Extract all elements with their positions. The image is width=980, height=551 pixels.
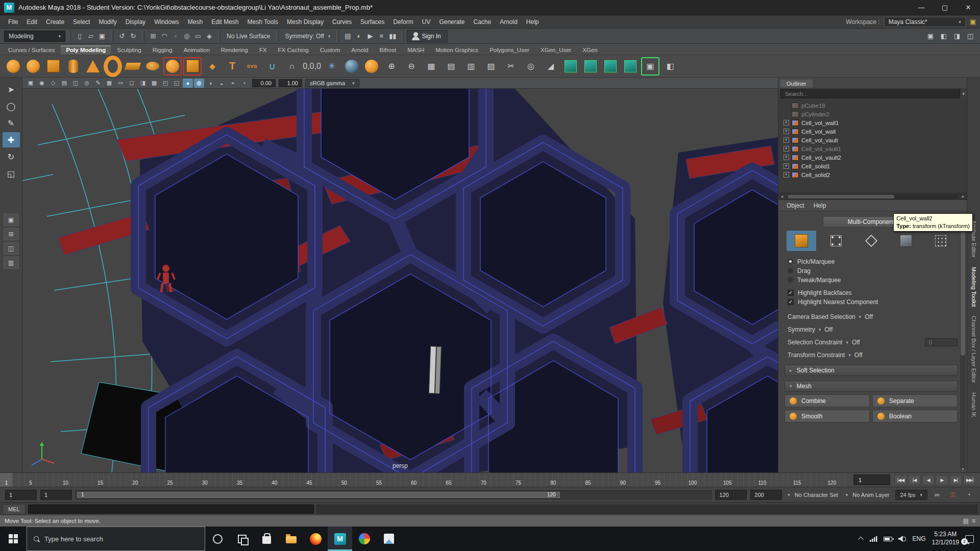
undo-icon[interactable]: ↺ — [116, 31, 128, 42]
film-gate-icon[interactable]: ▭ — [115, 79, 126, 88]
gamma-mode-dropdown[interactable]: sRGB gamma ▾ — [305, 79, 359, 87]
anim-layer-dropdown[interactable]: ▾ No Anim Layer — [844, 492, 892, 498]
outliner-search-input[interactable] — [780, 89, 960, 98]
layout-custom-button[interactable]: ▥ — [4, 257, 19, 269]
combine-button[interactable]: Combine — [785, 394, 870, 407]
ipr-render-icon[interactable]: ▶ — [364, 31, 376, 42]
workspace-lock-icon[interactable]: ▣ — [970, 18, 976, 26]
outliner-item[interactable]: + pCube18 — [778, 101, 967, 110]
action-center-icon[interactable]: 2 — [965, 535, 974, 543]
toolkit-menu-item[interactable]: Help — [810, 201, 830, 210]
outliner-item[interactable]: + Cell_vol_wall — [778, 127, 967, 136]
select-camera-icon[interactable]: ▣ — [26, 79, 36, 88]
object-set-icon[interactable] — [561, 57, 580, 76]
toolkit-menu-item[interactable]: Object — [782, 201, 808, 210]
crease-tool-icon[interactable]: ◢ — [542, 57, 560, 76]
chevron-down-icon[interactable]: ▾ — [859, 314, 862, 319]
menu-item[interactable]: Surfaces — [356, 17, 388, 27]
store-button[interactable] — [254, 527, 279, 551]
shelf-tab[interactable]: FX — [254, 45, 272, 55]
outliner-item[interactable]: + pCylinder2 — [778, 110, 967, 118]
right-vertical-tab[interactable]: Channel Box / Layer Editor — [971, 316, 977, 383]
selection-constraint-dropdown[interactable]: Selection Constraint ▾ Off 0 — [785, 337, 958, 347]
menu-item[interactable]: Mesh Tools — [243, 17, 282, 27]
gate-mask-icon[interactable]: ◨ — [138, 79, 148, 88]
new-scene-icon[interactable]: ▯ — [74, 31, 85, 42]
radio-icon[interactable] — [788, 259, 793, 264]
scroll-thumb[interactable] — [961, 214, 965, 356]
menu-item[interactable]: Modify — [94, 17, 120, 27]
file-explorer-button[interactable] — [279, 527, 303, 551]
snap-to-view-plane-icon[interactable]: ▭ — [192, 31, 204, 42]
shelf-tab[interactable]: Bifrost — [375, 45, 402, 55]
script-editor-icon[interactable]: ▤ — [963, 517, 969, 524]
two-d-pan-zoom-icon[interactable]: ◎ — [82, 79, 92, 88]
outliner-item[interactable]: + Cell_vol_vault2 — [778, 153, 967, 162]
language-indicator[interactable]: ENG — [913, 535, 926, 542]
shelf-tab[interactable]: Sculpting — [112, 45, 146, 55]
attribute-editor-toggle-icon[interactable]: ◧ — [938, 31, 949, 42]
resolution-gate-icon[interactable]: ◻ — [127, 79, 137, 88]
auto-key-icon[interactable]: ⚿ — [947, 489, 959, 500]
battery-icon[interactable] — [884, 537, 892, 541]
exposure-field[interactable]: 0.00 — [252, 79, 276, 87]
minimize-button[interactable]: — — [910, 0, 933, 15]
highlight-backfaces-checkbox[interactable]: ✓ Highlight Backfaces — [785, 288, 958, 297]
poly-platonic-icon[interactable]: ◆ — [203, 57, 222, 76]
motion-blur-icon[interactable]: ◔ — [239, 79, 249, 88]
scroll-left-icon[interactable]: ◂ — [778, 194, 786, 199]
expand-icon[interactable]: + — [783, 172, 789, 178]
boolean-button[interactable]: Boolean — [872, 410, 958, 422]
camera-based-selection-dropdown[interactable]: Camera Based Selection ▾ Off — [785, 311, 958, 322]
animation-end-field[interactable]: 200 — [750, 490, 782, 500]
svg-tool-icon[interactable]: SVG — [243, 57, 261, 76]
task-view-button[interactable] — [230, 527, 254, 551]
occlusion-icon[interactable]: ◓ — [228, 79, 238, 88]
edit-membership-icon[interactable] — [621, 57, 640, 76]
camera-attributes-icon[interactable]: ◇ — [48, 79, 58, 88]
scroll-thumb[interactable] — [788, 195, 894, 198]
gamma-field[interactable]: 1.00 — [279, 79, 302, 87]
scroll-track[interactable] — [787, 194, 959, 199]
tray-expand-icon[interactable] — [858, 537, 864, 542]
pick-marquee-radio[interactable]: Pick/Marquee — [785, 257, 958, 266]
scroll-down-icon[interactable]: ▾ — [960, 467, 966, 471]
safe-title-icon[interactable]: ◱ — [172, 79, 182, 88]
transform-constraint-dropdown[interactable]: Transform Constraint ▾ Off — [785, 349, 958, 360]
outliner-item[interactable]: + Cell_vol_vault — [778, 136, 967, 144]
open-scene-icon[interactable]: ▱ — [85, 31, 96, 42]
grid-fill-icon[interactable]: ▦ — [422, 57, 440, 76]
snap-align-icon[interactable]: ∩ — [283, 57, 301, 76]
wireframe-on-shaded-icon[interactable]: ◍ — [194, 79, 204, 88]
smooth-button[interactable]: Smooth — [785, 410, 870, 422]
shelf-tab[interactable]: Rendering — [216, 45, 253, 55]
symmetry-selector[interactable]: Symmetry: Off ▾ — [282, 33, 333, 40]
shelf-tab[interactable]: Arnold — [346, 45, 373, 55]
make-live-icon[interactable]: ◈ — [204, 31, 215, 42]
range-slider[interactable]: 1 120 — [76, 490, 712, 499]
poly-cube-icon[interactable] — [44, 57, 62, 76]
playback-range-handle[interactable]: 1 120 — [77, 492, 560, 498]
playback-start-field[interactable]: 1 — [40, 490, 72, 500]
expand-icon[interactable]: + — [783, 137, 789, 143]
menu-item[interactable]: Edit — [22, 17, 41, 27]
go-to-end-button[interactable]: ▶▶| — [963, 475, 976, 485]
outliner-item[interactable]: + Cell_solid1 — [778, 162, 967, 170]
redo-icon[interactable]: ↻ — [128, 31, 139, 42]
poly-cone-icon[interactable] — [84, 57, 102, 76]
sculpt-mesh-icon[interactable] — [163, 57, 182, 76]
outliner-hscrollbar[interactable]: ◂ ▸ — [778, 193, 967, 199]
quick-select-set-icon[interactable] — [581, 57, 600, 76]
snap-to-points-icon[interactable]: ◦ — [170, 31, 181, 42]
menu-item[interactable]: Cache — [469, 17, 495, 27]
menu-item[interactable]: Create — [42, 17, 68, 27]
playback-end-field[interactable]: 120 — [715, 490, 747, 500]
isolate-select-icon[interactable]: ▣ — [641, 57, 659, 76]
render-current-frame-icon[interactable]: ◐ — [353, 31, 364, 42]
paint-select-tool-button[interactable]: ✎ — [3, 115, 20, 131]
chevron-down-icon[interactable]: ▾ — [962, 91, 965, 96]
workspace-selector[interactable]: Maya Classic* ▾ — [884, 17, 966, 27]
channel-box-toggle-icon[interactable]: ◫ — [965, 31, 976, 42]
sign-in-button[interactable]: Sign In — [407, 30, 447, 42]
outliner-item[interactable]: + Cell_solid2 — [778, 170, 967, 179]
